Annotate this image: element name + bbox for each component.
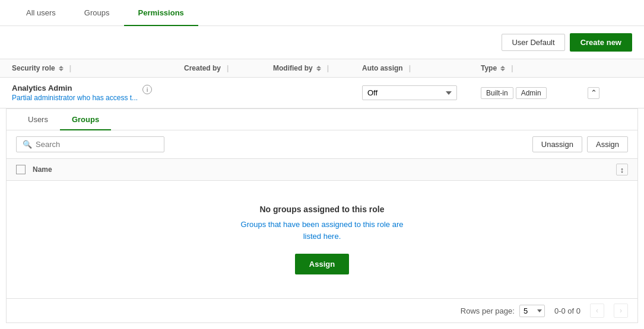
col-modified-by: Modified by | [273,64,362,72]
select-all-checkbox[interactable] [16,165,26,174]
search-icon: 🔍 [23,140,32,149]
sort-type[interactable] [500,66,505,71]
create-new-button[interactable]: Create new [570,33,632,52]
sub-toolbar: 🔍 Unassign Assign [7,130,637,159]
sub-tab-groups[interactable]: Groups [60,109,111,130]
role-name: Analytics Admin [12,84,138,92]
assign-button-large[interactable]: Assign [295,254,349,274]
sub-footer: Rows per page: 5 10 25 0-0 of 0 ‹ › [7,298,637,322]
tab-permissions[interactable]: Permissions [124,0,198,25]
sort-modified-by[interactable] [316,66,321,71]
sort-security-role[interactable] [59,66,64,71]
tag-builtin: Built-in [481,87,513,99]
next-page-button[interactable]: › [614,304,628,318]
tab-groups[interactable]: Groups [70,0,124,25]
auto-assign-select[interactable]: Off On [362,85,457,100]
main-toolbar: User Default Create new [0,26,644,59]
empty-state-title: No groups assigned to this role [259,205,384,214]
assign-button-top[interactable]: Assign [587,136,628,152]
sub-panel: Users Groups 🔍 Unassign Assign Name ↕ No [6,108,638,323]
sort-name-button[interactable]: ↕ [616,164,628,175]
table-row: Analytics Admin Partial administrator wh… [0,78,644,108]
tab-all-users[interactable]: All users [12,0,70,25]
sub-table-header: Name ↕ [7,159,637,181]
col-security-role: Security role | [12,64,184,72]
col-auto-assign: Auto assign | [362,64,481,72]
role-description: Partial administrator who has access t..… [12,94,138,102]
table-header: Security role | Created by | Modified by… [0,59,644,78]
sub-tab-users[interactable]: Users [16,109,60,130]
search-box: 🔍 [16,136,164,152]
user-default-button[interactable]: User Default [502,34,564,51]
empty-state-description: Groups that have been assigned to this r… [241,219,404,242]
rows-per-page-select[interactable]: 5 10 25 [519,305,545,317]
auto-assign-cell: Off On [362,85,481,100]
col-type: Type | [481,64,588,72]
empty-state: No groups assigned to this role Groups t… [7,181,637,298]
unassign-button[interactable]: Unassign [532,136,582,152]
sub-tabs: Users Groups [7,109,637,130]
rows-per-page: Rows per page: 5 10 25 [461,305,545,317]
top-nav: All users Groups Permissions [0,0,644,26]
role-name-cell: Analytics Admin Partial administrator wh… [12,84,184,102]
tag-admin: Admin [516,87,547,99]
info-icon[interactable]: i [142,85,152,94]
row-expand-button[interactable]: ⌃ [588,87,599,99]
col-created-by: Created by | [184,64,273,72]
name-column-header: Name [33,165,616,174]
row-expand-cell: ⌃ [588,87,623,99]
pagination-info: 0-0 of 0 [554,306,580,315]
type-cell: Built-in Admin [481,87,588,99]
search-input[interactable] [36,140,158,149]
prev-page-button[interactable]: ‹ [590,304,604,318]
